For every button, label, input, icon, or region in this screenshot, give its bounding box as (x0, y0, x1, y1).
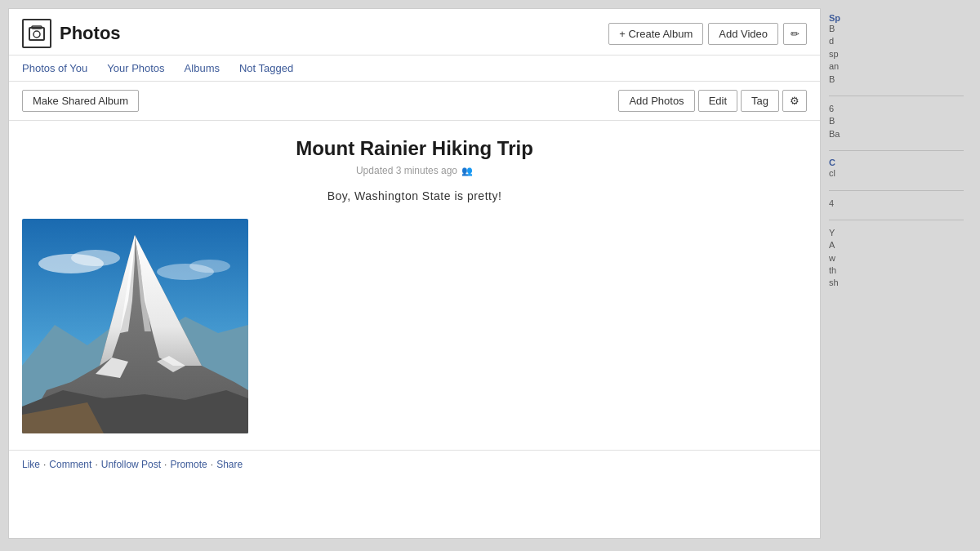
svg-point-2 (33, 31, 40, 38)
edit-pencil-button[interactable]: ✏ (783, 23, 807, 45)
sidebar-section-1: Sp BdspanB (829, 13, 964, 86)
sidebar-count-4: 4 (829, 198, 834, 208)
tab-albums[interactable]: Albums (185, 56, 228, 81)
edit-button[interactable]: Edit (698, 90, 737, 112)
sidebar-text-2: BBa (829, 115, 964, 140)
tag-button[interactable]: Tag (741, 90, 779, 112)
create-album-button[interactable]: + Create Album (608, 23, 703, 45)
album-title: Mount Rainier Hiking Trip (22, 137, 807, 160)
header-buttons: + Create Album Add Video ✏ (608, 23, 807, 45)
sidebar-highlight-3[interactable]: C (829, 158, 835, 167)
page-title: Photos (60, 23, 121, 44)
album-photo[interactable] (22, 219, 248, 433)
tab-not-tagged[interactable]: Not Tagged (239, 56, 301, 81)
like-link[interactable]: Like (22, 459, 40, 470)
share-link[interactable]: Share (216, 459, 243, 470)
add-video-button[interactable]: Add Video (708, 23, 778, 45)
main-content: Photos + Create Album Add Video ✏ Photos… (8, 8, 821, 539)
promote-link[interactable]: Promote (170, 459, 207, 470)
sidebar-text-3: cl (829, 167, 964, 180)
people-icon: 👥 (461, 166, 473, 176)
photos-nav: Photos of You Your Photos Albums Not Tag… (9, 56, 820, 82)
make-shared-album-button[interactable]: Make Shared Album (22, 90, 139, 112)
action-bar: Make Shared Album Add Photos Edit Tag ⚙ (9, 82, 820, 121)
svg-point-5 (71, 250, 120, 266)
sidebar-section-4: 4 (829, 198, 964, 210)
sidebar-section-5: YAwthsh (829, 227, 964, 290)
sidebar-divider-2 (829, 150, 964, 151)
photos-header: Photos + Create Album Add Video ✏ (9, 9, 820, 56)
album-content: Mount Rainier Hiking Trip Updated 3 minu… (9, 121, 820, 450)
sidebar-divider-3 (829, 190, 964, 191)
add-photos-button[interactable]: Add Photos (618, 90, 694, 112)
album-description: Boy, Washington State is pretty! (22, 189, 807, 202)
sidebar-divider-4 (829, 220, 964, 220)
right-sidebar: Sp BdspanB 6 BBa C cl 4 YAwthsh (821, 8, 972, 539)
sidebar-text-5: YAwthsh (829, 228, 839, 288)
gear-button[interactable]: ⚙ (782, 90, 807, 112)
sidebar-section-3: C cl (829, 158, 964, 180)
photos-title-area: Photos (22, 19, 121, 48)
tab-photos-of-you[interactable]: Photos of You (22, 56, 96, 81)
sidebar-text-1: BdspanB (829, 23, 964, 86)
tab-your-photos[interactable]: Your Photos (107, 56, 172, 81)
sidebar-divider-1 (829, 96, 964, 96)
svg-point-7 (189, 260, 230, 273)
album-footer: Like · Comment · Unfollow Post · Promote… (9, 450, 820, 478)
sidebar-section-2: 6 BBa (829, 103, 964, 140)
sidebar-count-2: 6 (829, 104, 834, 113)
album-updated: Updated 3 minutes ago 👥 (22, 165, 807, 176)
action-right-buttons: Add Photos Edit Tag ⚙ (618, 90, 807, 112)
photos-icon (22, 19, 51, 48)
sidebar-name-1[interactable]: Sp (829, 13, 840, 23)
comment-link[interactable]: Comment (49, 459, 91, 470)
unfollow-post-link[interactable]: Unfollow Post (101, 459, 161, 470)
